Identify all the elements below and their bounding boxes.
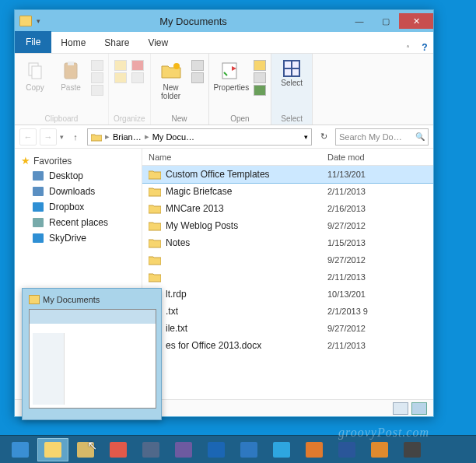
sidebar-item-dropbox[interactable]: Dropbox bbox=[15, 199, 142, 215]
search-input[interactable]: Search My Do… 🔍 bbox=[335, 128, 429, 146]
file-row[interactable]: Custom Office Templates11/13/201 bbox=[142, 166, 433, 183]
column-headers[interactable]: Name Date mod bbox=[142, 149, 433, 166]
firefox-icon bbox=[306, 442, 323, 458]
sidebar-item-desktop[interactable]: Desktop bbox=[15, 168, 142, 184]
folder-icon bbox=[149, 271, 163, 283]
easy-access-icon[interactable] bbox=[191, 72, 204, 83]
svg-rect-7 bbox=[33, 187, 44, 196]
back-button[interactable]: ← bbox=[19, 128, 37, 146]
file-row[interactable]: Notes1/15/2013 bbox=[142, 234, 433, 251]
file-list-pane: Name Date mod Custom Office Templates11/… bbox=[142, 149, 433, 413]
cut-icon[interactable] bbox=[91, 60, 103, 71]
folder-icon bbox=[149, 185, 163, 198]
copy-path-icon[interactable] bbox=[91, 72, 103, 83]
rename-icon[interactable] bbox=[131, 72, 144, 83]
taskbar-word[interactable] bbox=[331, 438, 362, 461]
tab-file[interactable]: File bbox=[15, 31, 51, 53]
edit-icon[interactable] bbox=[254, 72, 266, 83]
desktop-icon bbox=[32, 170, 44, 181]
svg-rect-8 bbox=[33, 202, 44, 212]
details-view-button[interactable] bbox=[393, 402, 408, 415]
tab-home[interactable]: Home bbox=[51, 33, 95, 53]
col-date[interactable]: Date mod bbox=[327, 153, 433, 162]
window-title: My Documents bbox=[40, 16, 346, 27]
steam-icon bbox=[142, 442, 159, 458]
dropbox-icon bbox=[32, 202, 44, 212]
history-icon[interactable] bbox=[254, 85, 266, 96]
close-button[interactable]: ✕ bbox=[399, 13, 433, 29]
move-to-icon[interactable] bbox=[114, 60, 127, 71]
watermark: groovyPost.com bbox=[338, 426, 429, 440]
delete-icon[interactable] bbox=[131, 60, 144, 71]
up-button[interactable]: ↑ bbox=[67, 128, 84, 146]
ribbon-group-open: Properties Open bbox=[209, 54, 272, 125]
file-row[interactable]: 2/11/2013 bbox=[142, 268, 433, 286]
svg-rect-6 bbox=[33, 171, 44, 181]
ribbon-group-organize: Organize bbox=[109, 54, 151, 125]
paste-button[interactable]: Paste bbox=[55, 57, 86, 92]
taskbar-ie[interactable] bbox=[5, 438, 36, 461]
taskbar-outlook[interactable] bbox=[201, 438, 232, 461]
svg-rect-5 bbox=[222, 63, 236, 79]
ie-icon bbox=[12, 442, 29, 458]
file-row[interactable]: MNCare 20132/16/2013 bbox=[142, 200, 433, 217]
new-folder-button[interactable]: New folder bbox=[156, 57, 187, 100]
sidebar-item-downloads[interactable]: Downloads bbox=[15, 184, 142, 199]
recent-icon bbox=[32, 217, 44, 228]
taskbar-steam[interactable] bbox=[135, 438, 166, 461]
minimize-button[interactable]: — bbox=[346, 13, 373, 29]
icons-view-button[interactable] bbox=[411, 402, 427, 415]
ribbon: Copy Paste Clipboard bbox=[15, 54, 433, 125]
preview-thumbnail[interactable] bbox=[29, 309, 156, 409]
file-row[interactable]: lt.rdp10/13/201 bbox=[142, 286, 433, 303]
taskbar-skype[interactable] bbox=[266, 438, 297, 461]
tab-share[interactable]: Share bbox=[95, 33, 138, 53]
taskbar-firefox[interactable] bbox=[299, 438, 330, 461]
file-row[interactable]: .txt2/1/2013 9 bbox=[142, 303, 433, 320]
copy-button[interactable]: Copy bbox=[19, 57, 51, 92]
maximize-button[interactable]: ▢ bbox=[373, 13, 399, 29]
app2-icon bbox=[175, 442, 192, 458]
sidebar-item-recent[interactable]: Recent places bbox=[15, 215, 142, 230]
titlebar[interactable]: ▾ My Documents — ▢ ✕ bbox=[15, 10, 433, 32]
app4-icon bbox=[404, 442, 421, 458]
taskbar-app2[interactable] bbox=[168, 438, 199, 461]
svg-rect-1 bbox=[32, 66, 41, 79]
svg-rect-10 bbox=[33, 233, 44, 243]
select-button[interactable]: Select bbox=[276, 57, 307, 87]
properties-button[interactable]: Properties bbox=[214, 57, 250, 92]
sidebar-item-skydrive[interactable]: SkyDrive bbox=[15, 230, 142, 246]
file-row[interactable]: 9/27/2012 bbox=[142, 251, 433, 268]
breadcrumb[interactable]: ▸ Brian… ▸ My Docu… ▾ bbox=[87, 128, 312, 146]
outlook-icon bbox=[208, 442, 225, 458]
open-icon[interactable] bbox=[254, 60, 266, 71]
file-row[interactable]: Magic Briefcase2/11/2013 bbox=[142, 183, 433, 200]
paste-shortcut-icon[interactable] bbox=[91, 85, 103, 96]
refresh-button[interactable]: ↻ bbox=[315, 128, 332, 146]
new-item-icon[interactable] bbox=[191, 60, 204, 71]
forward-button[interactable]: → bbox=[40, 128, 57, 146]
favorites-header[interactable]: ★ Favorites bbox=[15, 153, 142, 168]
folder-icon bbox=[19, 16, 32, 26]
ribbon-collapse-icon[interactable]: ˄ bbox=[399, 44, 416, 53]
copy-to-icon[interactable] bbox=[114, 72, 127, 83]
taskbar-preview[interactable]: My Documents bbox=[22, 288, 162, 420]
taskbar-chrome[interactable] bbox=[103, 438, 134, 461]
file-row[interactable]: ile.txt9/27/2012 bbox=[142, 320, 433, 337]
app1-icon bbox=[77, 442, 94, 458]
taskbar-vlc[interactable] bbox=[364, 438, 395, 461]
file-row[interactable]: My Weblog Posts9/27/2012 bbox=[142, 217, 433, 234]
help-button[interactable]: ? bbox=[416, 42, 433, 53]
ribbon-group-clipboard: Copy Paste Clipboard bbox=[15, 54, 109, 125]
col-name[interactable]: Name bbox=[149, 153, 327, 162]
tab-view[interactable]: View bbox=[138, 33, 177, 53]
taskbar-app1[interactable] bbox=[70, 438, 101, 461]
vlc-icon bbox=[371, 442, 388, 458]
taskbar-file-explorer[interactable] bbox=[37, 438, 68, 461]
history-dropdown[interactable]: ▾ bbox=[60, 133, 64, 141]
svg-point-4 bbox=[173, 63, 180, 69]
taskbar-app3[interactable] bbox=[233, 438, 264, 461]
new-folder-label: New folder bbox=[161, 83, 180, 100]
taskbar-app4[interactable] bbox=[397, 438, 428, 461]
file-row[interactable]: es for Office 2013.docx2/11/2013 bbox=[142, 337, 433, 354]
